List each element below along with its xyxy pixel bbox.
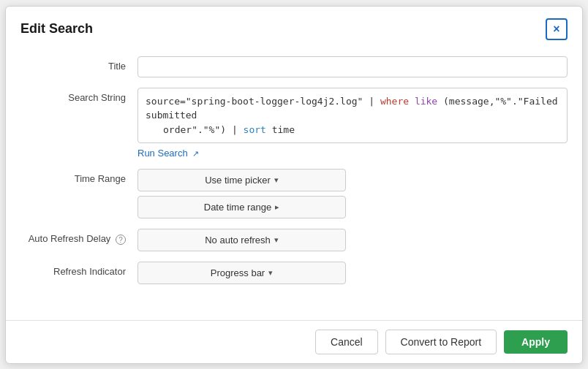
time-range-label: Time Range — [20, 169, 137, 184]
progress-bar-button[interactable]: Progress bar ▾ — [137, 262, 346, 284]
date-time-range-button[interactable]: Date time range ▸ — [137, 196, 346, 218]
search-string-row: Search String source="spring-boot-logger… — [20, 88, 568, 159]
dropdown-arrow-icon: ▾ — [274, 175, 279, 185]
dropdown-arrow-icon-3: ▾ — [268, 268, 273, 278]
external-link-icon: ↗ — [192, 149, 199, 158]
close-icon: × — [553, 23, 559, 36]
title-input[interactable] — [137, 56, 568, 77]
help-icon[interactable]: ? — [116, 235, 126, 245]
refresh-indicator-label: Refresh Indicator — [20, 262, 137, 277]
title-control — [137, 56, 568, 77]
title-row: Title — [20, 56, 568, 77]
modal-header: Edit Search × — [6, 7, 582, 49]
close-button[interactable]: × — [546, 18, 568, 40]
use-time-picker-label: Use time picker — [205, 175, 271, 186]
search-continuation: order"."%") | — [163, 124, 244, 135]
modal-overlay: Edit Search × Title Search String source… — [0, 0, 588, 369]
auto-refresh-label: Auto Refresh Delay ? — [20, 229, 137, 245]
time-range-row: Time Range Use time picker ▾ Date time r… — [20, 169, 568, 218]
run-search-label: Run Search — [137, 148, 188, 159]
time-range-controls: Use time picker ▾ Date time range ▸ — [137, 169, 568, 218]
search-sort: sort — [244, 124, 266, 135]
search-where: where — [380, 96, 409, 107]
modal-footer: Cancel Convert to Report Apply — [6, 320, 582, 363]
search-string-label: Search String — [20, 88, 137, 103]
convert-to-report-button[interactable]: Convert to Report — [385, 330, 497, 354]
search-pipe-1: | — [369, 96, 380, 107]
chevron-right-icon: ▸ — [275, 202, 279, 212]
search-sort-field: time — [272, 124, 295, 135]
run-search-link[interactable]: Run Search ↗ — [137, 148, 199, 159]
search-source: source="spring-boot-logger-log4j2.log" — [146, 96, 363, 107]
auto-refresh-row: Auto Refresh Delay ? No auto refresh ▾ — [20, 229, 568, 251]
search-string-control: source="spring-boot-logger-log4j2.log" |… — [137, 88, 568, 159]
modal-body: Title Search String source="spring-boot-… — [6, 49, 582, 320]
modal-title: Edit Search — [20, 21, 93, 37]
auto-refresh-control: No auto refresh ▾ — [137, 229, 568, 251]
refresh-indicator-control: Progress bar ▾ — [137, 262, 568, 284]
refresh-indicator-row: Refresh Indicator Progress bar ▾ — [20, 262, 568, 284]
search-string-box[interactable]: source="spring-boot-logger-log4j2.log" |… — [137, 88, 568, 144]
no-auto-refresh-label: No auto refresh — [205, 235, 271, 246]
apply-button[interactable]: Apply — [504, 330, 568, 354]
progress-bar-label: Progress bar — [211, 267, 265, 278]
search-like: like — [415, 96, 437, 107]
title-label: Title — [20, 56, 137, 72]
dropdown-arrow-icon-2: ▾ — [274, 235, 279, 245]
cancel-button[interactable]: Cancel — [315, 330, 378, 354]
edit-search-modal: Edit Search × Title Search String source… — [5, 6, 583, 364]
use-time-picker-button[interactable]: Use time picker ▾ — [137, 169, 346, 191]
no-auto-refresh-button[interactable]: No auto refresh ▾ — [137, 229, 346, 251]
auto-refresh-label-text: Auto Refresh Delay — [29, 233, 111, 244]
date-time-range-label: Date time range — [204, 202, 272, 213]
